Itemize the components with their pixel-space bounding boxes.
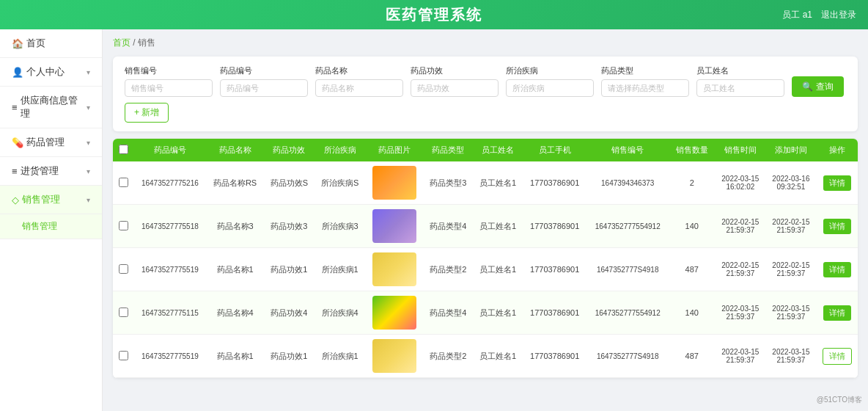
search-field-sale-no: 销售编号	[125, 65, 213, 97]
row-sale-time: 2022-02-15 21:59:37	[715, 248, 765, 291]
row-drug-img-cell	[365, 205, 423, 248]
table-row: 16473527775216 药品名称RS 药品功效S 所治疾病S 药品类型3 …	[113, 161, 858, 205]
sidebar-item-sales[interactable]: ◇销售管理▾	[0, 186, 102, 214]
breadcrumb: 首页 / 销售	[113, 37, 858, 49]
search-field-employee: 员工姓名	[696, 65, 784, 97]
search-button[interactable]: 🔍 查询	[792, 76, 844, 97]
search-input-drug-no[interactable]	[220, 79, 308, 97]
sidebar-subitem-sales-manage[interactable]: 销售管理	[0, 214, 102, 239]
sidebar-item-personal[interactable]: 👤个人中心▾	[0, 58, 102, 87]
chevron-icon: ▾	[87, 103, 90, 112]
row-action-cell: 详情	[816, 161, 858, 205]
detail-button[interactable]: 详情	[823, 348, 852, 365]
breadcrumb-home[interactable]: 首页	[113, 37, 130, 48]
row-sale-qty: 2	[669, 161, 715, 205]
data-table: 药品编号 药品名称 药品功效 所治疾病 药品图片 药品类型 员工姓名 员工手机 …	[113, 139, 858, 378]
row-checkbox[interactable]	[119, 351, 128, 360]
search-input-drug-type[interactable]	[601, 79, 689, 97]
row-sale-no: 1647352777S4918	[586, 335, 669, 378]
th-checkbox	[113, 139, 133, 161]
select-all-checkbox[interactable]	[119, 145, 128, 154]
sidebar-label-sales: 销售管理	[22, 193, 60, 206]
row-phone: 17703786901	[523, 291, 586, 335]
row-employee: 员工姓名1	[473, 291, 523, 335]
row-sale-qty: 140	[669, 205, 715, 248]
row-checkbox-cell	[113, 161, 133, 205]
sidebar-item-drug[interactable]: 💊药品管理▾	[0, 128, 102, 157]
app-title: 医药管理系统	[386, 5, 482, 25]
th-drug-name: 药品名称	[206, 139, 263, 161]
row-phone: 17703786901	[523, 205, 586, 248]
row-drug-type: 药品类型3	[423, 161, 473, 205]
row-add-time: 2022-03-15 21:59:37	[765, 335, 816, 378]
table-row: 16473527775518 药品名称3 药品功效3 所治疾病3 药品类型4 员…	[113, 205, 858, 248]
row-checkbox[interactable]	[119, 308, 128, 317]
sidebar-item-stock[interactable]: ≡进货管理▾	[0, 157, 102, 186]
drug-image	[372, 209, 416, 243]
search-input-drug-effect[interactable]	[411, 79, 499, 97]
detail-button[interactable]: 详情	[823, 262, 851, 277]
row-drug-no: 16473527775115	[133, 291, 206, 335]
header-user-area: 员工 a1 退出登录	[782, 9, 856, 21]
drug-image	[372, 166, 416, 200]
search-input-disease[interactable]	[506, 79, 594, 97]
row-drug-img-cell	[365, 335, 423, 378]
sidebar-icon-personal: 👤	[12, 67, 23, 78]
th-drug-no: 药品编号	[133, 139, 206, 161]
row-checkbox[interactable]	[119, 221, 128, 230]
chevron-icon: ▾	[87, 68, 90, 76]
row-sale-time: 2022-03-15 21:59:37	[715, 335, 765, 378]
row-disease: 所治疾病4	[315, 291, 365, 335]
row-sale-time: 2022-03-15 21:59:37	[715, 291, 765, 335]
detail-button[interactable]: 详情	[823, 175, 851, 191]
row-sale-no: 1647352777554912	[586, 205, 669, 248]
row-sale-qty: 487	[669, 248, 715, 291]
row-employee: 员工姓名1	[473, 248, 523, 291]
sidebar-label-drug: 药品管理	[26, 136, 65, 149]
row-add-time: 2022-02-15 21:59:37	[765, 205, 816, 248]
row-sale-time: 2022-02-15 21:59:37	[715, 205, 765, 248]
chevron-icon: ▾	[87, 167, 90, 175]
row-employee: 员工姓名1	[473, 335, 523, 378]
data-table-wrap: 药品编号 药品名称 药品功效 所治疾病 药品图片 药品类型 员工姓名 员工手机 …	[113, 139, 858, 378]
row-drug-name: 药品名称RS	[206, 161, 263, 205]
search-label-disease: 所治疾病	[506, 65, 594, 76]
row-drug-effect: 药品功效1	[264, 248, 315, 291]
add-button[interactable]: + 新增	[125, 103, 169, 123]
row-disease: 所治疾病1	[315, 335, 365, 378]
search-label-sale-no: 销售编号	[125, 65, 213, 76]
table-row: 16473527775115 药品名称4 药品功效4 所治疾病4 药品类型4 员…	[113, 291, 858, 335]
search-field-disease: 所治疾病	[506, 65, 594, 97]
table-body: 16473527775216 药品名称RS 药品功效S 所治疾病S 药品类型3 …	[113, 161, 858, 378]
row-checkbox[interactable]	[119, 264, 128, 274]
row-disease: 所治疾病S	[315, 161, 365, 205]
th-sale-qty: 销售数量	[669, 139, 715, 161]
row-checkbox-cell	[113, 335, 133, 378]
search-input-drug-name[interactable]	[315, 79, 403, 97]
detail-button[interactable]: 详情	[823, 305, 851, 321]
row-sale-no: 1647352777S4918	[586, 248, 669, 291]
row-drug-no: 16473527775216	[133, 161, 206, 205]
search-input-employee[interactable]	[696, 79, 784, 97]
sidebar-item-supplier[interactable]: ≡供应商信息管理▾	[0, 87, 102, 128]
search-input-sale-no[interactable]	[125, 79, 213, 97]
sidebar-icon-drug: 💊	[12, 137, 23, 148]
row-checkbox[interactable]	[119, 178, 128, 187]
logout-button[interactable]: 退出登录	[821, 9, 856, 21]
row-drug-type: 药品类型2	[423, 335, 473, 378]
detail-button[interactable]: 详情	[823, 219, 851, 234]
row-drug-img-cell	[365, 248, 423, 291]
th-disease: 所治疾病	[315, 139, 365, 161]
sidebar-icon-sales: ◇	[12, 194, 19, 205]
row-drug-type: 药品类型4	[423, 291, 473, 335]
row-action-cell: 详情	[816, 291, 858, 335]
sidebar-item-home[interactable]: 🏠首页	[0, 29, 102, 58]
sidebar-icon-stock: ≡	[12, 166, 18, 177]
row-disease: 所治疾病1	[315, 248, 365, 291]
row-drug-type: 药品类型2	[423, 248, 473, 291]
search-label-employee: 员工姓名	[696, 65, 784, 76]
sidebar-label-supplier: 供应商信息管理	[21, 94, 87, 120]
table-header-row: 药品编号 药品名称 药品功效 所治疾病 药品图片 药品类型 员工姓名 员工手机 …	[113, 139, 858, 161]
search-label-drug-effect: 药品功效	[411, 65, 499, 76]
search-field-drug-type: 药品类型	[601, 65, 689, 97]
